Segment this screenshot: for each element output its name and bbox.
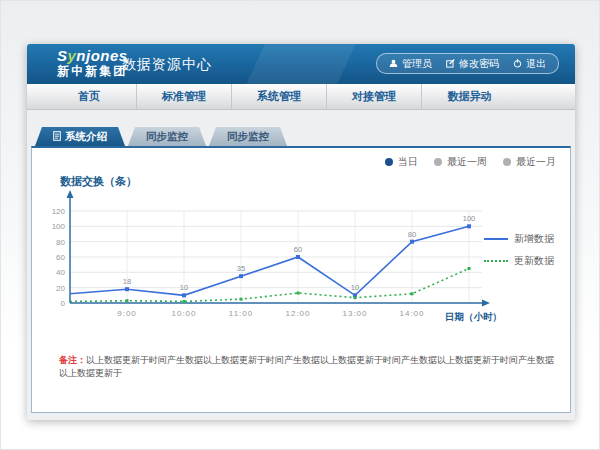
x-tick-label: 11:00 bbox=[229, 309, 253, 318]
logout-button[interactable]: 退出 bbox=[513, 57, 546, 71]
change-password-label: 修改密码 bbox=[459, 57, 499, 71]
data-point bbox=[468, 267, 471, 270]
data-point bbox=[182, 293, 186, 297]
tab-label: 系统介绍 bbox=[65, 130, 107, 144]
logo-primary: Synjones bbox=[57, 48, 128, 64]
x-axis-arrow-icon bbox=[482, 300, 490, 307]
y-tick-label: 0 bbox=[61, 299, 66, 308]
footnote-text: 以上数据更新于时间产生数据以上数据更新于时间产生数据以上数据更新于时间产生数据以… bbox=[59, 355, 554, 378]
data-point bbox=[125, 287, 129, 291]
power-icon bbox=[513, 59, 522, 68]
y-tick-label: 80 bbox=[56, 238, 65, 247]
radio-label: 最近一周 bbox=[447, 155, 487, 169]
nav-item-data-change[interactable]: 数据异动 bbox=[422, 84, 517, 109]
time-range-filter: 当日 最近一周 最近一月 bbox=[385, 155, 556, 169]
data-point bbox=[410, 240, 414, 244]
app-window: Synjones 新中新集团 数据资源中心 管理员 修改密码 bbox=[27, 44, 575, 420]
chart-x-axis-title: 日期（小时） bbox=[445, 311, 502, 323]
logo-secondary: 新中新集团 bbox=[57, 64, 128, 79]
data-point bbox=[239, 274, 243, 278]
chart-y-axis-title: 数据交换（条） bbox=[60, 174, 137, 189]
data-point bbox=[411, 292, 414, 295]
tab-label: 同步监控 bbox=[146, 130, 188, 144]
x-tick-label: 10:00 bbox=[171, 309, 196, 318]
radio-unselected-icon bbox=[503, 158, 511, 166]
tab-label: 同步监控 bbox=[227, 130, 269, 144]
company-logo: Synjones 新中新集团 bbox=[57, 48, 128, 79]
legend-updated-data: 更新数据 bbox=[484, 254, 554, 268]
data-point bbox=[240, 298, 243, 301]
main-nav: 首页 标准管理 系统管理 对接管理 数据异动 bbox=[27, 84, 575, 110]
data-point bbox=[297, 292, 300, 295]
footnote: 备注：以上数据更新于时间产生数据以上数据更新于时间产生数据以上数据更新于时间产生… bbox=[59, 354, 559, 380]
chart-panel: 当日 最近一周 最近一月 数据交换（条） 日期（小时） 020406080100… bbox=[31, 146, 571, 413]
y-tick-label: 120 bbox=[52, 207, 66, 216]
radio-selected-icon bbox=[385, 158, 393, 166]
data-point bbox=[296, 255, 300, 259]
nav-item-interface-mgmt[interactable]: 对接管理 bbox=[327, 84, 422, 109]
app-header: Synjones 新中新集团 数据资源中心 管理员 修改密码 bbox=[27, 44, 575, 84]
chart-legend: 新增数据 更新数据 bbox=[484, 232, 554, 268]
radio-last-week[interactable]: 最近一周 bbox=[434, 155, 487, 169]
y-axis-arrow-icon bbox=[67, 190, 74, 198]
radio-label: 最近一月 bbox=[516, 155, 556, 169]
change-password-button[interactable]: 修改密码 bbox=[446, 57, 499, 71]
y-tick-label: 40 bbox=[56, 268, 65, 277]
point-label: 100 bbox=[463, 214, 476, 223]
legend-line-solid-icon bbox=[484, 238, 508, 240]
legend-label: 更新数据 bbox=[514, 254, 554, 268]
document-icon bbox=[53, 131, 61, 143]
admin-user-button[interactable]: 管理员 bbox=[389, 57, 432, 71]
y-tick-label: 60 bbox=[56, 253, 65, 262]
point-label: 35 bbox=[237, 264, 245, 273]
x-tick-label: 13:00 bbox=[342, 309, 367, 318]
page-title: 数据资源中心 bbox=[122, 56, 212, 74]
tab-bar: 系统介绍 同步监控 同步监控 bbox=[35, 127, 287, 146]
data-point bbox=[183, 300, 186, 303]
nav-item-home[interactable]: 首页 bbox=[42, 84, 137, 109]
point-label: 18 bbox=[123, 277, 131, 286]
radio-today[interactable]: 当日 bbox=[385, 155, 418, 169]
edit-icon bbox=[446, 59, 455, 68]
y-tick-label: 20 bbox=[56, 284, 65, 293]
point-label: 10 bbox=[351, 283, 359, 292]
user-toolbar: 管理员 修改密码 退出 bbox=[376, 53, 559, 74]
y-tick-label: 100 bbox=[52, 222, 66, 231]
nav-item-standard-mgmt[interactable]: 标准管理 bbox=[137, 84, 232, 109]
data-point bbox=[467, 224, 471, 228]
nav-item-system-mgmt[interactable]: 系统管理 bbox=[232, 84, 327, 109]
x-tick-label: 12:00 bbox=[285, 309, 310, 318]
tab-sync-monitor-1[interactable]: 同步监控 bbox=[128, 127, 206, 146]
logout-label: 退出 bbox=[526, 57, 546, 71]
page-background: Synjones 新中新集团 数据资源中心 管理员 修改密码 bbox=[0, 0, 600, 450]
legend-line-dotted-icon bbox=[484, 260, 508, 262]
point-label: 80 bbox=[408, 230, 416, 239]
data-point bbox=[354, 296, 357, 299]
legend-label: 新增数据 bbox=[514, 232, 554, 246]
content-area: 系统介绍 同步监控 同步监控 当日 最近一周 bbox=[27, 110, 575, 420]
point-label: 10 bbox=[180, 283, 188, 292]
footnote-label: 备注： bbox=[59, 355, 86, 365]
tab-system-intro[interactable]: 系统介绍 bbox=[35, 127, 125, 146]
x-tick-label: 9:00 bbox=[117, 309, 137, 318]
legend-new-data: 新增数据 bbox=[484, 232, 554, 246]
user-icon bbox=[389, 59, 398, 68]
point-label: 60 bbox=[294, 245, 302, 254]
radio-unselected-icon bbox=[434, 158, 442, 166]
radio-last-month[interactable]: 最近一月 bbox=[503, 155, 556, 169]
data-point bbox=[126, 299, 129, 302]
radio-label: 当日 bbox=[398, 155, 418, 169]
x-tick-label: 14:00 bbox=[399, 309, 424, 318]
tab-sync-monitor-2[interactable]: 同步监控 bbox=[209, 127, 287, 146]
admin-label: 管理员 bbox=[402, 57, 432, 71]
